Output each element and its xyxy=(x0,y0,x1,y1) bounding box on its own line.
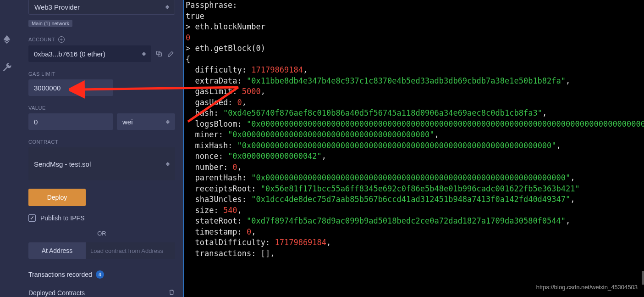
gas-limit-input[interactable] xyxy=(28,79,113,96)
chevron-updown-icon xyxy=(166,120,170,124)
gas-limit-label: GAS LIMIT xyxy=(28,71,175,77)
edit-icon[interactable] xyxy=(167,50,175,58)
check-icon: ✓ xyxy=(28,214,36,222)
at-address-placeholder: Load contract from Address xyxy=(90,247,163,254)
value-unit-select[interactable]: wei xyxy=(117,113,175,130)
icon-rail xyxy=(0,0,14,297)
contract-label: CONTRACT xyxy=(28,139,175,145)
chevron-updown-icon xyxy=(166,162,170,166)
account-select[interactable]: 0xba3...b7616 (0 ether) xyxy=(28,45,151,62)
environment-value: Web3 Provider xyxy=(34,3,80,11)
contract-value: SendMsg - test.sol xyxy=(34,160,91,168)
network-badge: Main (1) network xyxy=(28,20,72,27)
deploy-panel: Web3 Provider Main (1) network ACCOUNT +… xyxy=(14,0,183,297)
account-value: 0xba3...b7616 (0 ether) xyxy=(34,50,105,58)
value-input[interactable] xyxy=(28,113,113,130)
copy-icon[interactable] xyxy=(155,50,163,58)
at-address-input[interactable]: Load contract from Address xyxy=(86,242,175,259)
watermark: https://blog.csdn.net/weixin_45304503 xyxy=(536,282,638,293)
value-unit: wei xyxy=(122,118,133,126)
chevron-updown-icon xyxy=(142,52,146,56)
trash-icon[interactable] xyxy=(168,289,175,297)
publish-ipfs-checkbox[interactable]: ✓ Publish to IPFS xyxy=(28,214,175,222)
deploy-button[interactable]: Deploy xyxy=(28,189,86,206)
contract-select[interactable]: SendMsg - test.sol xyxy=(28,147,175,180)
transactions-section[interactable]: Transactions recorded 4 xyxy=(28,270,175,279)
transactions-count-badge: 4 xyxy=(96,270,104,279)
add-account-icon[interactable]: + xyxy=(58,36,65,43)
wrench-icon[interactable] xyxy=(2,62,12,74)
deployed-section[interactable]: Deployed Contracts xyxy=(28,289,175,297)
at-address-button[interactable]: At Address xyxy=(28,242,86,259)
value-label: VALUE xyxy=(28,105,175,111)
ethereum-icon[interactable] xyxy=(2,34,12,46)
scrollbar-thumb[interactable] xyxy=(642,271,644,285)
terminal-output[interactable]: Passphrase: true > eth.blockNumber 0 > e… xyxy=(183,0,644,297)
publish-ipfs-label: Publish to IPFS xyxy=(40,214,85,222)
or-divider: OR xyxy=(28,230,175,237)
environment-select[interactable]: Web3 Provider xyxy=(28,0,175,15)
account-label: ACCOUNT + xyxy=(28,36,175,43)
chevron-updown-icon xyxy=(165,5,169,9)
